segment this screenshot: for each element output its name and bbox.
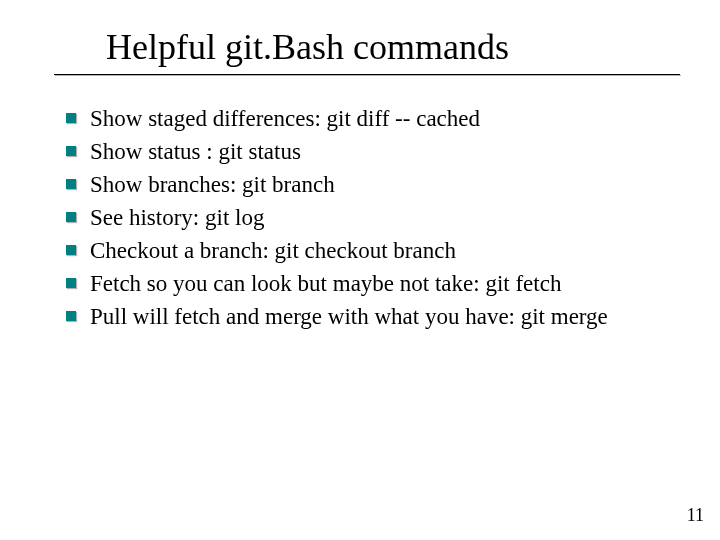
bullet-text: See history: git log: [90, 202, 264, 233]
slide-container: Helpful git.Bash commands Show staged di…: [0, 0, 720, 540]
bullet-text: Fetch so you can look but maybe not take…: [90, 268, 561, 299]
square-bullet-icon: [66, 278, 76, 288]
square-bullet-icon: [66, 179, 76, 189]
bullet-text: Pull will fetch and merge with what you …: [90, 301, 608, 332]
list-item: Fetch so you can look but maybe not take…: [66, 268, 690, 299]
bullet-text: Show staged differences: git diff -- cac…: [90, 103, 480, 134]
slide-title: Helpful git.Bash commands: [54, 28, 680, 68]
list-item: See history: git log: [66, 202, 690, 233]
list-item: Checkout a branch: git checkout branch: [66, 235, 690, 266]
square-bullet-icon: [66, 212, 76, 222]
square-bullet-icon: [66, 245, 76, 255]
page-number: 11: [687, 505, 704, 526]
list-item: Pull will fetch and merge with what you …: [66, 301, 690, 332]
bullet-text: Show branches: git branch: [90, 169, 335, 200]
bullet-text: Show status : git status: [90, 136, 301, 167]
list-item: Show status : git status: [66, 136, 690, 167]
list-item: Show branches: git branch: [66, 169, 690, 200]
square-bullet-icon: [66, 113, 76, 123]
bullet-text: Checkout a branch: git checkout branch: [90, 235, 456, 266]
list-item: Show staged differences: git diff -- cac…: [66, 103, 690, 134]
square-bullet-icon: [66, 311, 76, 321]
title-underline: [54, 74, 680, 75]
title-wrap: Helpful git.Bash commands: [54, 28, 680, 75]
square-bullet-icon: [66, 146, 76, 156]
slide-content: Show staged differences: git diff -- cac…: [0, 103, 720, 332]
